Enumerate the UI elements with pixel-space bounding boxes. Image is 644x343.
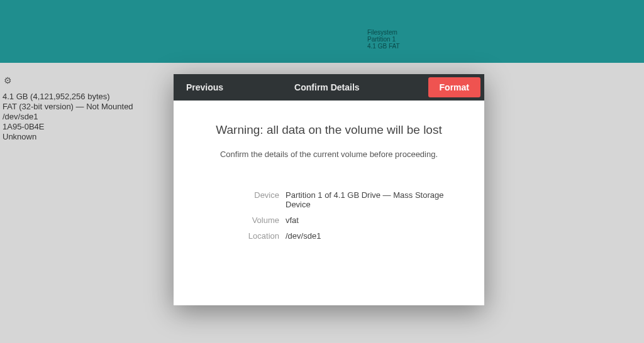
confirm-dialog: Previous Confirm Details Format Warning:… <box>174 74 484 305</box>
modal-overlay: Previous Confirm Details Format Warning:… <box>0 0 644 343</box>
details-grid: Device Partition 1 of 4.1 GB Drive — Mas… <box>204 190 459 241</box>
value-volume: vfat <box>286 215 459 225</box>
warning-title: Warning: all data on the volume will be … <box>199 123 459 137</box>
label-location: Location <box>204 231 279 241</box>
warning-subtitle: Confirm the details of the current volum… <box>199 150 459 159</box>
dialog-title: Confirm Details <box>226 82 428 92</box>
previous-button[interactable]: Previous <box>184 79 226 96</box>
value-location: /dev/sde1 <box>286 231 459 241</box>
label-volume: Volume <box>204 215 279 225</box>
label-device: Device <box>204 190 279 209</box>
dialog-header: Previous Confirm Details Format <box>174 74 484 101</box>
value-device: Partition 1 of 4.1 GB Drive — Mass Stora… <box>286 190 459 209</box>
format-button[interactable]: Format <box>428 77 480 97</box>
dialog-body: Warning: all data on the volume will be … <box>174 101 484 241</box>
